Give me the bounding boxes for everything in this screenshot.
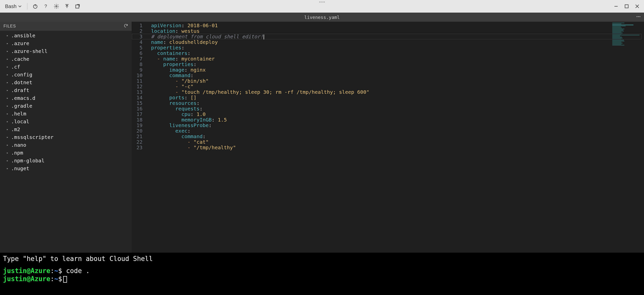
tree-item-label: .gradle — [11, 103, 32, 109]
file-explorer-title: FILES — [4, 24, 16, 28]
chevron-down-icon — [18, 5, 22, 8]
code-editor[interactable]: 1234567891011121314151617181920212223 ap… — [132, 22, 644, 253]
chevron-right-icon: ▸ — [7, 103, 9, 109]
divider — [27, 3, 27, 10]
chevron-right-icon: ▸ — [7, 71, 9, 78]
refresh-icon[interactable] — [124, 23, 128, 29]
editor: liveness.yaml FILES ▸.ansible▸.azure▸.az… — [0, 13, 644, 253]
restart-icon[interactable] — [30, 2, 40, 11]
tree-item[interactable]: ▸.nuget — [0, 165, 132, 172]
chevron-right-icon: ▸ — [7, 79, 9, 86]
code-content[interactable]: apiVersion: 2018-06-01location: westus# … — [148, 22, 644, 253]
tree-item-label: .cache — [11, 56, 29, 63]
tree-item[interactable]: ▸.npm-global — [0, 157, 132, 165]
chevron-right-icon: ▸ — [7, 95, 9, 102]
tree-item[interactable]: ▸.gradle — [0, 102, 132, 110]
svg-point-3 — [56, 6, 57, 7]
tree-item[interactable]: ▸.emacs.d — [0, 94, 132, 102]
drag-handle[interactable] — [319, 2, 325, 3]
chevron-right-icon: ▸ — [7, 87, 9, 94]
tree-item-label: .npm-global — [11, 157, 44, 164]
file-tree[interactable]: ▸.ansible▸.azure▸.azure-shell▸.cache▸.cf… — [0, 31, 132, 253]
tree-item-label: .local — [11, 118, 29, 125]
close-icon[interactable] — [632, 2, 642, 11]
tree-item[interactable]: ▸.mssqlscripter — [0, 133, 132, 141]
upload-icon[interactable] — [62, 2, 72, 11]
tree-item-label: .emacs.d — [11, 95, 35, 102]
tree-item-label: .nano — [11, 142, 26, 149]
tree-item-label: .mssqlscripter — [11, 134, 54, 141]
terminal[interactable]: Type "help" to learn about Cloud Shell j… — [0, 253, 644, 295]
cloud-shell-toolbar: Bash ? — [0, 0, 644, 13]
tree-item[interactable]: ▸.nano — [0, 141, 132, 149]
tree-item[interactable]: ▸.dotnet — [0, 79, 132, 86]
svg-point-7 — [637, 16, 637, 17]
svg-rect-6 — [625, 5, 628, 8]
tree-item-label: .m2 — [11, 126, 20, 133]
chevron-right-icon: ▸ — [7, 165, 9, 172]
tree-item[interactable]: ▸.config — [0, 71, 132, 79]
minimap[interactable] — [612, 23, 642, 48]
tree-item-label: .npm — [11, 150, 23, 156]
settings-icon[interactable] — [52, 2, 61, 11]
terminal-line: justin@Azure:~$ code . — [3, 267, 641, 275]
help-icon[interactable]: ? — [41, 2, 51, 11]
terminal-line: justin@Azure:~$ — [3, 275, 641, 283]
tree-item[interactable]: ▸.helm — [0, 110, 132, 118]
tree-item-label: .config — [11, 71, 32, 78]
tree-item[interactable]: ▸.azure — [0, 40, 132, 47]
tree-item-label: .azure — [11, 40, 29, 47]
chevron-right-icon: ▸ — [7, 150, 9, 156]
tree-item-label: .nuget — [11, 165, 29, 172]
more-icon[interactable] — [636, 14, 641, 20]
svg-rect-4 — [76, 5, 79, 8]
tree-item[interactable]: ▸.ansible — [0, 32, 132, 40]
chevron-right-icon: ▸ — [7, 48, 9, 55]
tree-item[interactable]: ▸.cache — [0, 55, 132, 63]
tree-item[interactable]: ▸.draft — [0, 86, 132, 94]
editor-title-bar: liveness.yaml — [0, 13, 644, 22]
chevron-right-icon: ▸ — [7, 32, 9, 39]
chevron-right-icon: ▸ — [7, 157, 9, 164]
tree-item-label: .helm — [11, 110, 26, 117]
chevron-right-icon: ▸ — [7, 110, 9, 117]
chevron-right-icon: ▸ — [7, 64, 9, 70]
tree-item[interactable]: ▸.azure-shell — [0, 47, 132, 55]
shell-selector[interactable]: Bash — [3, 0, 24, 13]
tree-item[interactable]: ▸.local — [0, 118, 132, 126]
tree-item-label: .dotnet — [11, 79, 32, 86]
chevron-right-icon: ▸ — [7, 56, 9, 63]
line-gutter: 1234567891011121314151617181920212223 — [132, 22, 148, 253]
svg-point-8 — [638, 16, 639, 17]
terminal-cursor — [63, 276, 67, 283]
svg-point-9 — [639, 16, 640, 17]
tree-item[interactable]: ▸.m2 — [0, 126, 132, 133]
shell-selector-label: Bash — [5, 4, 17, 9]
svg-text:?: ? — [44, 4, 47, 9]
file-explorer: FILES ▸.ansible▸.azure▸.azure-shell▸.cac… — [0, 22, 132, 253]
chevron-right-icon: ▸ — [7, 40, 9, 47]
tree-item-label: .draft — [11, 87, 29, 94]
minimize-icon[interactable] — [611, 2, 621, 11]
new-window-icon[interactable] — [73, 2, 82, 11]
tree-item[interactable]: ▸.npm — [0, 149, 132, 157]
chevron-right-icon: ▸ — [7, 126, 9, 133]
maximize-icon[interactable] — [622, 2, 631, 11]
editor-filename: liveness.yaml — [304, 15, 340, 20]
tree-item-label: .ansible — [11, 32, 35, 39]
tree-item-label: .azure-shell — [11, 48, 48, 55]
tree-item[interactable]: ▸.cf — [0, 63, 132, 71]
chevron-right-icon: ▸ — [7, 142, 9, 149]
tree-item-label: .cf — [11, 64, 20, 70]
chevron-right-icon: ▸ — [7, 134, 9, 141]
file-explorer-header: FILES — [0, 22, 132, 31]
terminal-hint: Type "help" to learn about Cloud Shell — [3, 255, 641, 263]
chevron-right-icon: ▸ — [7, 118, 9, 125]
